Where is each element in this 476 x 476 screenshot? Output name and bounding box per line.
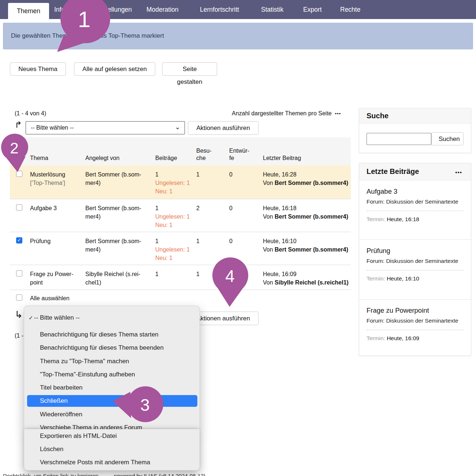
last-post-from-label: Von <box>263 213 273 220</box>
topic-tag: ['Top-Thema'] <box>30 179 78 187</box>
last-post-date: Heute, 16:09 <box>263 270 351 278</box>
mark-all-read-button[interactable]: Alle auf gelesen setzen <box>74 62 155 76</box>
menu-item-benachrichtigung-starten[interactable]: Benachrichtigung für dieses Thema starte… <box>40 328 159 341</box>
last-post-date: Heute, 16:28 <box>263 170 351 179</box>
last-post-author[interactable]: Sibylle Reichel (s.reichel1) <box>275 279 349 286</box>
latest-posts-panel: Letzte Beiträge ••• Aufgabe 3 Forum: Dis… <box>359 163 471 356</box>
pager-range-top: (1 - 4 von 4) <box>15 110 46 117</box>
col-angelegt-von: Angelegt von <box>85 155 150 162</box>
col-beitraege: Beiträge <box>155 155 193 162</box>
menu-item-loeschen[interactable]: Löschen <box>40 443 63 456</box>
posts-count: 1 <box>155 170 193 179</box>
unread-count: Ungelesen: 1 <box>155 212 193 221</box>
new-topic-button[interactable]: Neues Thema <box>10 62 66 76</box>
latest-post-date-label: Termin: <box>367 335 385 341</box>
apply-to-selection-bottom-icon: ↳ <box>15 309 23 320</box>
tab-lernfortschritt[interactable]: Lernfortschritt <box>200 0 239 19</box>
menu-item-benachrichtigung-beenden[interactable]: Benachrichtigung für dieses Thema beende… <box>40 341 164 354</box>
latest-post-title[interactable]: Frage zu Powerpoint <box>367 306 464 315</box>
menu-item-bitte-waehlen[interactable]: -- Bitte wählen -- <box>34 311 80 324</box>
menu-item-wiedereroeffnen[interactable]: Wiedereröffnen <box>40 408 82 421</box>
unread-count: Ungelesen: 1 <box>155 245 193 254</box>
drafts-count: 0 <box>229 237 251 245</box>
latest-post-forum: Forum: Diskussion der Seminartex­te <box>367 316 461 325</box>
topic-author[interactable]: Bert Sommer (b.som­mer4) <box>85 204 150 221</box>
tab-statistik[interactable]: Statistik <box>261 0 283 19</box>
edit-page-button[interactable]: Seite gestalten <box>162 62 217 76</box>
per-page-options-icon[interactable]: ••• <box>335 111 341 116</box>
posts-count: 1 <box>155 204 193 212</box>
latest-post-item: Aufgabe 3 Forum: Diskussion der Seminart… <box>359 181 471 239</box>
search-panel-header: Suche <box>359 108 471 124</box>
last-post-author[interactable]: Bert Sommer (b.sommer4) <box>275 246 348 253</box>
row-checkbox[interactable] <box>16 171 22 177</box>
tab-export[interactable]: Export <box>303 0 322 19</box>
col-entwuerfe: Entwür­fe <box>229 147 251 162</box>
menu-item-top-thema-machen[interactable]: Thema zu "Top-Thema" machen <box>40 355 129 368</box>
tab-rechte[interactable]: Rechte <box>340 0 360 19</box>
last-post-author[interactable]: Bert Sommer (b.sommer4) <box>275 213 348 220</box>
divider <box>367 211 464 211</box>
last-post-author[interactable]: Bert Sommer (b.sommer4) <box>275 180 348 186</box>
success-banner-text: Die gewählten Themen wurden als Top-Them… <box>11 32 164 40</box>
menu-item-exportieren-html[interactable]: Exportieren als HTML-Datei <box>40 429 117 443</box>
bulk-action-select-top[interactable]: -- Bitte wählen -- ⌄ <box>26 121 185 134</box>
tab-info[interactable]: Info <box>54 0 65 19</box>
topic-author[interactable]: Sibylle Reichel (s.rei­chel1) <box>85 270 150 287</box>
table-row: Aufgabe 3 Bert Sommer (b.som­mer4) 1 Ung… <box>10 199 351 232</box>
latest-post-date: Heute, 16:09 <box>387 335 419 341</box>
latest-posts-title: Letzte Beiträge <box>367 167 419 176</box>
execute-actions-top-button[interactable]: Aktionen ausführen <box>188 121 259 135</box>
row-checkbox[interactable] <box>16 237 22 243</box>
visits-count: 1 <box>196 237 215 245</box>
latest-post-date: Heute, 16:10 <box>387 275 419 282</box>
tab-einstellungen[interactable]: Einstellungen <box>93 0 132 19</box>
last-post-date: Heute, 16:10 <box>263 237 351 245</box>
search-button[interactable]: Suchen <box>431 132 464 145</box>
top-tab-bar: Themen Info Einstellungen Moderation Ler… <box>0 0 476 19</box>
success-banner: Die gewählten Themen wurden als Top-Them… <box>3 23 473 49</box>
posts-count: 1 <box>155 237 193 245</box>
posts-count: 1 <box>155 270 193 278</box>
last-post-from-label: Von <box>263 246 273 253</box>
menu-item-verschiebe-thema[interactable]: Verschiebe Thema in anderes Forum <box>40 421 142 429</box>
latest-post-date: Heute, 16:18 <box>387 216 419 222</box>
topic-title[interactable]: Musterlösung <box>30 170 78 179</box>
row-checkbox[interactable] <box>16 204 22 211</box>
drafts-count: 0 <box>229 170 251 179</box>
latest-post-title[interactable]: Aufgabe 3 <box>367 187 464 196</box>
topic-author[interactable]: Bert Sommer (b.som­mer4) <box>85 170 150 187</box>
last-post-from-label: Von <box>263 180 273 186</box>
forum-admin-page: Themen Info Einstellungen Moderation Ler… <box>0 0 476 476</box>
latest-post-item: Frage zu Powerpoint Forum: Diskussion de… <box>359 299 471 356</box>
search-panel: Suche Suchen <box>359 108 471 153</box>
topic-title[interactable]: Aufgabe 3 <box>30 204 78 212</box>
bulk-action-menu-upper: ✓ -- Bitte wählen -- Benachrichtigung fü… <box>24 306 200 429</box>
col-besuche: Besu­che <box>196 147 215 162</box>
visits-count: 2 <box>196 204 215 212</box>
visits-count: 1 <box>196 270 215 278</box>
topic-title[interactable]: Frage zu Power­point <box>30 270 78 287</box>
table-row: Prüfung Bert Sommer (b.som­mer4) 1 Ungel… <box>10 232 351 265</box>
per-page-label: Anzahl dargestellter Themen pro Seite <box>232 110 332 117</box>
checkmark-icon: ✓ <box>29 311 33 324</box>
menu-item-verschmelze-posts[interactable]: Verschmelze Posts mit anderem Thema <box>40 456 150 469</box>
tab-themen[interactable]: Themen <box>8 3 49 19</box>
topic-author[interactable]: Bert Sommer (b.som­mer4) <box>85 237 150 254</box>
menu-item-top-thema-aufheben[interactable]: "Top-Thema"-Einstufung aufheben <box>40 368 135 381</box>
new-count: Neu: 1 <box>155 254 193 262</box>
latest-post-forum: Forum: Diskussion der Seminartex­te <box>367 257 461 265</box>
menu-item-titel-bearbeiten[interactable]: Titel bearbeiten <box>40 381 83 394</box>
col-thema: Thema <box>30 155 78 162</box>
row-checkbox[interactable] <box>16 270 22 276</box>
search-input[interactable] <box>367 133 431 145</box>
tab-moderation[interactable]: Moderation <box>146 0 179 19</box>
bulk-action-menu: ✓ -- Bitte wählen -- Benachrichtigung fü… <box>24 306 200 471</box>
topic-title[interactable]: Prüfung <box>30 237 78 245</box>
menu-item-schliessen[interactable]: Schließen <box>27 395 197 407</box>
latest-post-title[interactable]: Prüfung <box>367 246 464 256</box>
divider <box>367 330 464 330</box>
select-all-checkbox[interactable] <box>16 294 22 301</box>
footer-powered-by[interactable]: powered by ILIAS (v8.14 2024-08-12) <box>114 473 205 476</box>
latest-posts-options-icon[interactable]: ••• <box>455 169 462 175</box>
